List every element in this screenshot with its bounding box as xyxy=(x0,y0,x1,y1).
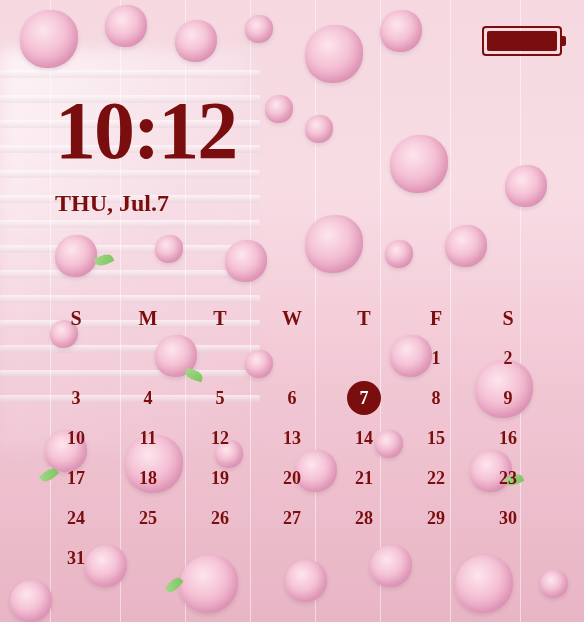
calendar-day[interactable]: 31 xyxy=(40,538,112,578)
calendar-day[interactable]: 27 xyxy=(256,498,328,538)
calendar-day[interactable]: 23 xyxy=(472,458,544,498)
calendar-week-row: 31 xyxy=(40,538,544,578)
calendar-day[interactable] xyxy=(328,338,400,378)
calendar-week-row: 24252627282930 xyxy=(40,498,544,538)
calendar-header-thu: T xyxy=(328,298,400,338)
calendar-widget: S M T W T F S 12345678910111213141516171… xyxy=(40,298,544,578)
calendar-day[interactable]: 11 xyxy=(112,418,184,458)
calendar-day[interactable]: 9 xyxy=(472,378,544,418)
calendar-day[interactable]: 18 xyxy=(112,458,184,498)
calendar-header-sat: S xyxy=(472,298,544,338)
calendar-day[interactable]: 15 xyxy=(400,418,472,458)
calendar-header-mon: M xyxy=(112,298,184,338)
calendar-day[interactable]: 14 xyxy=(328,418,400,458)
calendar-day[interactable]: 7 xyxy=(328,378,400,418)
calendar-day[interactable]: 4 xyxy=(112,378,184,418)
calendar-day[interactable]: 16 xyxy=(472,418,544,458)
calendar-day[interactable]: 26 xyxy=(184,498,256,538)
calendar-day[interactable]: 25 xyxy=(112,498,184,538)
clock-time: 10:12 xyxy=(55,90,236,172)
calendar-day[interactable]: 30 xyxy=(472,498,544,538)
calendar-day[interactable]: 3 xyxy=(40,378,112,418)
calendar-day[interactable] xyxy=(112,338,184,378)
calendar-day[interactable]: 21 xyxy=(328,458,400,498)
battery-fill xyxy=(487,31,557,51)
calendar-day[interactable]: 5 xyxy=(184,378,256,418)
calendar-day[interactable]: 17 xyxy=(40,458,112,498)
calendar-day[interactable]: 29 xyxy=(400,498,472,538)
calendar-header-tue: T xyxy=(184,298,256,338)
calendar-day[interactable]: 24 xyxy=(40,498,112,538)
calendar-day[interactable] xyxy=(256,338,328,378)
calendar-day[interactable] xyxy=(40,338,112,378)
calendar-week-row: 12 xyxy=(40,338,544,378)
battery-icon xyxy=(482,26,562,56)
clock-date: THU, Jul.7 xyxy=(55,190,169,217)
calendar-header-fri: F xyxy=(400,298,472,338)
calendar-day[interactable] xyxy=(256,538,328,578)
calendar-day[interactable]: 6 xyxy=(256,378,328,418)
calendar-day[interactable]: 19 xyxy=(184,458,256,498)
calendar-day[interactable]: 22 xyxy=(400,458,472,498)
calendar-day[interactable] xyxy=(184,538,256,578)
calendar-header-row: S M T W T F S xyxy=(40,298,544,338)
calendar-week-row: 10111213141516 xyxy=(40,418,544,458)
calendar-day[interactable] xyxy=(112,538,184,578)
calendar-day[interactable] xyxy=(184,338,256,378)
calendar-day[interactable] xyxy=(472,538,544,578)
calendar-day[interactable]: 2 xyxy=(472,338,544,378)
calendar-day[interactable]: 12 xyxy=(184,418,256,458)
calendar-week-row: 3456789 xyxy=(40,378,544,418)
calendar-header-sun: S xyxy=(40,298,112,338)
calendar-day[interactable] xyxy=(400,538,472,578)
calendar-day[interactable]: 20 xyxy=(256,458,328,498)
calendar-day[interactable]: 13 xyxy=(256,418,328,458)
calendar-day[interactable] xyxy=(328,538,400,578)
calendar-week-row: 17181920212223 xyxy=(40,458,544,498)
calendar-day[interactable]: 10 xyxy=(40,418,112,458)
calendar-day[interactable]: 8 xyxy=(400,378,472,418)
calendar-day[interactable]: 28 xyxy=(328,498,400,538)
calendar-header-wed: W xyxy=(256,298,328,338)
calendar-day[interactable]: 1 xyxy=(400,338,472,378)
calendar-body: 1234567891011121314151617181920212223242… xyxy=(40,338,544,578)
